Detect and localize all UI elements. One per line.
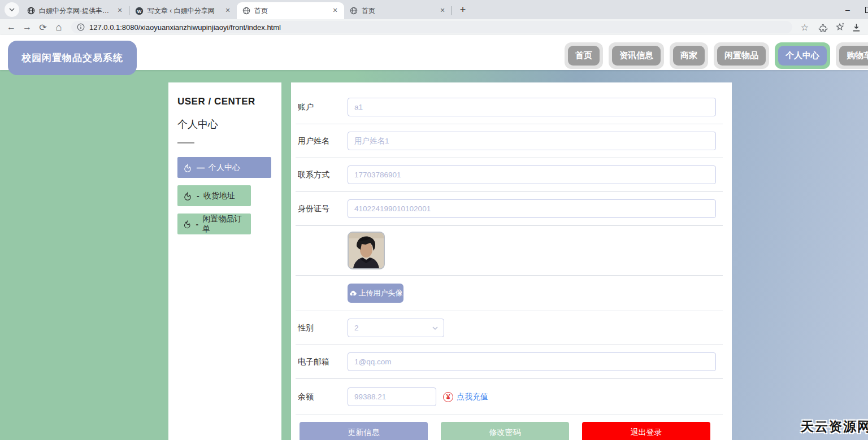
browser-tab-3-active[interactable]: 首页 × (237, 2, 344, 19)
tab-title: 写文章 ‹ 白嫖中分享网 (147, 6, 219, 16)
balance-input[interactable] (348, 387, 436, 406)
browser-tab-strip: 白嫖中分享网-提供丰富的 Java × W 写文章 ‹ 白嫖中分享网 × 首页 … (0, 0, 868, 19)
nav-item-merchants[interactable]: 商家 (670, 42, 708, 69)
update-info-button[interactable]: 更新信息 (300, 422, 428, 440)
cloud-upload-icon (349, 289, 357, 298)
form-row-email: 电子邮箱 (296, 345, 723, 379)
url-text[interactable]: 127.0.0.1:8080/xiaoyuanxianzhiwupinjiaoy… (89, 23, 281, 32)
nav-item-home[interactable]: 首页 (565, 42, 603, 69)
chevron-down-icon (8, 6, 15, 13)
tab-title: 白嫖中分享网-提供丰富的 Java (39, 6, 111, 16)
nav-item-cart[interactable]: 购物车 (836, 42, 868, 69)
form-row-gender: 性别 2 (296, 311, 723, 345)
id-number-input[interactable] (348, 199, 716, 218)
bookmark-star-icon[interactable]: ☆ (798, 21, 811, 33)
gender-select[interactable]: 2 (348, 319, 444, 337)
globe-icon (242, 7, 250, 15)
download-icon[interactable] (852, 23, 861, 32)
extensions-icon[interactable] (818, 23, 828, 32)
window-controls: – (843, 0, 868, 19)
tab-title: 首页 (362, 6, 434, 16)
new-tab-button[interactable]: + (455, 2, 470, 17)
form-row-upload: 上传用户头像 (296, 276, 723, 311)
sidebar-item-shipping-address[interactable]: - 收货地址 (177, 185, 251, 206)
close-icon[interactable]: × (115, 6, 124, 15)
sidebar-subheading: 个人中心 (177, 117, 272, 131)
id-number-label: 身份证号 (296, 204, 348, 214)
form-row-balance: 余额 ¥ 点我充值 (296, 379, 723, 415)
nav-item-personal-center[interactable]: 个人中心 (775, 42, 830, 69)
wordpress-icon: W (135, 7, 144, 15)
upload-avatar-button[interactable]: 上传用户头像 (348, 284, 403, 303)
watermark-text: 天云资源网 (801, 418, 868, 435)
flame-icon (183, 191, 193, 201)
close-icon[interactable]: × (331, 6, 340, 15)
sidebar-divider (177, 142, 194, 143)
browser-tab-2[interactable]: W 写文章 ‹ 白嫖中分享网 × (129, 2, 237, 19)
form-row-account: 账户 (296, 90, 723, 124)
sidebar-heading: USER / CENTER (177, 96, 272, 107)
change-password-button[interactable]: 修改密码 (441, 422, 569, 440)
svg-text:W: W (137, 8, 142, 14)
sidebar-item-label: 个人中心 (209, 163, 240, 173)
nav-item-news[interactable]: 资讯信息 (609, 42, 664, 69)
tab-separator (452, 6, 452, 15)
recharge-link[interactable]: 点我充值 (457, 392, 488, 402)
page-background: USER / CENTER 个人中心 — 个人中心 - 收货地址 - 闲置物品订… (0, 70, 868, 440)
user-avatar (348, 232, 385, 269)
back-icon[interactable]: ← (5, 21, 18, 33)
tab-title: 首页 (254, 6, 327, 16)
home-icon[interactable]: ⌂ (52, 21, 66, 33)
username-label: 用户姓名 (296, 136, 348, 146)
sidebar-item-idle-goods-orders[interactable]: - 闲置物品订单 (177, 214, 251, 234)
yen-circle-icon: ¥ (443, 392, 453, 402)
avatar-image (349, 233, 384, 268)
account-label: 账户 (296, 102, 348, 112)
sidebar-item-label: 收货地址 (203, 191, 235, 201)
account-input[interactable] (348, 98, 716, 116)
address-bar[interactable]: 127.0.0.1:8080/xiaoyuanxianzhiwupinjiaoy… (71, 21, 792, 33)
gender-value: 2 (354, 324, 359, 332)
globe-icon (350, 7, 358, 15)
form-actions: 更新信息 修改密码 退出登录 (296, 415, 723, 440)
forward-icon[interactable]: → (20, 21, 34, 33)
flame-icon (183, 163, 193, 173)
form-row-phone: 联系方式 (296, 158, 723, 192)
sidebar-item-label: 闲置物品订单 (202, 214, 246, 234)
browser-tab-4[interactable]: 首页 × (344, 2, 452, 19)
close-icon[interactable]: × (438, 6, 447, 15)
reload-icon[interactable]: ⟳ (36, 21, 50, 33)
email-label: 电子邮箱 (296, 357, 348, 367)
recharge-area: ¥ 点我充值 (443, 392, 488, 402)
phone-input[interactable] (348, 165, 716, 184)
phone-label: 联系方式 (296, 170, 348, 180)
tab-search-button[interactable] (5, 2, 19, 17)
balance-label: 余额 (296, 392, 348, 402)
personal-info-panel: 账户 用户姓名 联系方式 身份证号 (291, 82, 732, 440)
maximize-button[interactable] (865, 7, 868, 13)
form-row-avatar (296, 226, 723, 276)
nav-item-idle-goods[interactable]: 闲置物品 (714, 42, 769, 69)
minimize-button[interactable]: – (843, 5, 853, 14)
email-input[interactable] (348, 352, 716, 371)
browser-toolbar: ← → ⟳ ⌂ 127.0.0.1:8080/xiaoyuanxianzhiwu… (0, 19, 868, 35)
chevron-down-icon (432, 325, 439, 332)
user-center-sidebar: USER / CENTER 个人中心 — 个人中心 - 收货地址 - 闲置物品订… (168, 82, 281, 440)
form-row-username: 用户姓名 (296, 124, 723, 158)
main-nav: 首页 资讯信息 商家 闲置物品 个人中心 购物车 (565, 42, 868, 69)
flame-icon (183, 219, 192, 229)
username-input[interactable] (348, 132, 716, 150)
site-info-icon[interactable] (77, 23, 85, 31)
personal-info-form: 账户 用户姓名 联系方式 身份证号 (291, 82, 732, 440)
browser-tab-1[interactable]: 白嫖中分享网-提供丰富的 Java × (21, 2, 129, 19)
globe-icon (27, 7, 35, 15)
toolbar-right-icons: ☆ (798, 21, 863, 33)
close-icon[interactable]: × (223, 6, 232, 15)
reading-list-star-icon[interactable] (835, 22, 845, 32)
form-row-id-number: 身份证号 (296, 192, 723, 226)
gender-label: 性别 (296, 323, 348, 333)
logout-button[interactable]: 退出登录 (582, 422, 710, 440)
sidebar-item-personal-center[interactable]: — 个人中心 (177, 157, 271, 178)
site-header: 校园闲置物品交易系统 首页 资讯信息 商家 闲置物品 个人中心 购物车 (0, 35, 868, 70)
site-title-badge: 校园闲置物品交易系统 (8, 41, 137, 75)
